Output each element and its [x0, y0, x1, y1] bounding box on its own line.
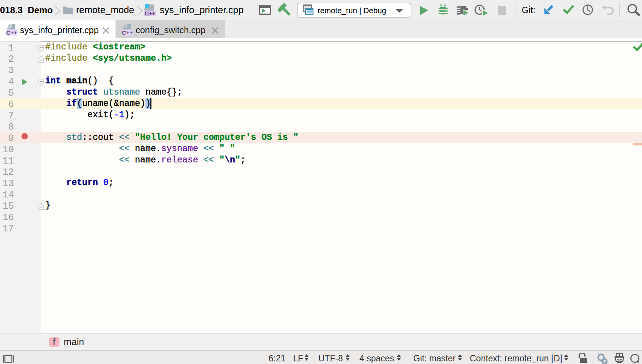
svg-text:C++: C++ — [122, 29, 133, 36]
svg-text:C++: C++ — [145, 10, 156, 17]
svg-text:C++: C++ — [6, 29, 17, 36]
